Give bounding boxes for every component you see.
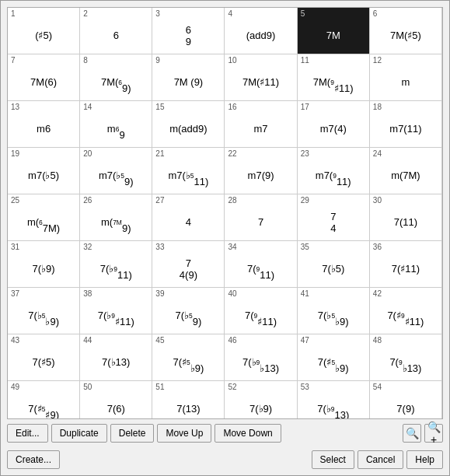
grid-cell-29[interactable]: 2974 [298, 194, 370, 241]
grid-cell-45[interactable]: 457(♯5♭9) [152, 334, 225, 381]
move-up-button[interactable]: Move Up [157, 424, 211, 443]
grid-cell-25[interactable]: 25m(67M) [8, 194, 80, 241]
grid-cell-24[interactable]: 24m(7M) [370, 148, 442, 194]
grid-cell-8[interactable]: 87M(69) [80, 54, 152, 101]
grid-cell-28[interactable]: 287 [225, 194, 297, 241]
zoom-in-button[interactable]: 🔍+ [424, 424, 443, 443]
grid-cell-38[interactable]: 387(♭9♯11) [80, 288, 152, 334]
grid-cell-21[interactable]: 21m7(♭511) [152, 148, 225, 194]
duplicate-button[interactable]: Duplicate [51, 424, 107, 443]
grid-cell-14[interactable]: 14m69 [80, 101, 152, 148]
grid-cell-36[interactable]: 367(♯11) [370, 241, 442, 288]
grid-cell-35[interactable]: 357(♭5) [298, 241, 370, 288]
grid-cell-11[interactable]: 117M(9♯11) [298, 54, 370, 101]
help-button[interactable]: Help [406, 450, 443, 469]
grid-cell-3[interactable]: 369 [152, 8, 225, 54]
chord-type-dialog: 1(♯5)263694(add9)57M67M(♯5)77M(6)87M(69)… [0, 0, 450, 476]
edit-button[interactable]: Edit... [7, 424, 48, 443]
grid-cell-16[interactable]: 16m7 [225, 101, 297, 148]
grid-cell-54[interactable]: 547(9) [370, 381, 442, 419]
grid-cell-46[interactable]: 467(♭9♭13) [225, 334, 297, 381]
grid-cell-47[interactable]: 477(♯5♭9) [298, 334, 370, 381]
grid-cell-26[interactable]: 26m(7M9) [80, 194, 152, 241]
grid-cell-31[interactable]: 317(♭9) [8, 241, 80, 288]
grid-cell-39[interactable]: 397(♭59) [152, 288, 225, 334]
grid-cell-23[interactable]: 23m7(911) [298, 148, 370, 194]
grid-cell-7[interactable]: 77M(6) [8, 54, 80, 101]
grid-cell-10[interactable]: 107M(♯11) [225, 54, 297, 101]
toolbar-row: Edit... Duplicate Delete Move Up Move Do… [1, 419, 449, 447]
grid-cell-41[interactable]: 417(♭5♭9) [298, 288, 370, 334]
chord-grid: 1(♯5)263694(add9)57M67M(♯5)77M(6)87M(69)… [8, 8, 442, 419]
cancel-button[interactable]: Cancel [358, 450, 403, 469]
grid-cell-51[interactable]: 517(13) [152, 381, 225, 419]
grid-cell-1[interactable]: 1(♯5) [8, 8, 80, 54]
grid-cell-9[interactable]: 97M (9) [152, 54, 225, 101]
select-button[interactable]: Select [312, 450, 354, 469]
grid-cell-6[interactable]: 67M(♯5) [370, 8, 442, 54]
grid-cell-44[interactable]: 447(♭13) [80, 334, 152, 381]
create-button[interactable]: Create... [7, 450, 60, 469]
grid-cell-40[interactable]: 407(9♯11) [225, 288, 297, 334]
move-down-button[interactable]: Move Down [215, 424, 281, 443]
grid-cell-17[interactable]: 17m7(4) [298, 101, 370, 148]
grid-cell-18[interactable]: 18m7(11) [370, 101, 442, 148]
grid-cell-2[interactable]: 26 [80, 8, 152, 54]
grid-cell-42[interactable]: 427(♯9♯11) [370, 288, 442, 334]
grid-cell-12[interactable]: 12m [370, 54, 442, 101]
grid-cell-27[interactable]: 274 [152, 194, 225, 241]
delete-button[interactable]: Delete [110, 424, 155, 443]
grid-cell-13[interactable]: 13m6 [8, 101, 80, 148]
grid-cell-34[interactable]: 347(911) [225, 241, 297, 288]
grid-cell-5[interactable]: 57M [298, 8, 370, 54]
grid-cell-50[interactable]: 507(6) [80, 381, 152, 419]
grid-cell-15[interactable]: 15m(add9) [152, 101, 225, 148]
grid-cell-22[interactable]: 22m7(9) [225, 148, 297, 194]
grid-cell-43[interactable]: 437(♯5) [8, 334, 80, 381]
zoom-out-button[interactable]: 🔍 [403, 424, 421, 443]
grid-cell-52[interactable]: 527(♭9) [225, 381, 297, 419]
footer-row: Create... Select Cancel Help [1, 447, 449, 475]
grid-cell-4[interactable]: 4(add9) [225, 8, 297, 54]
grid-cell-49[interactable]: 497(♯5♯9) [8, 381, 80, 419]
grid-cell-48[interactable]: 487(9♭13) [370, 334, 442, 381]
grid-cell-20[interactable]: 20m7(♭59) [80, 148, 152, 194]
grid-cell-37[interactable]: 377(♭5♭9) [8, 288, 80, 334]
grid-cell-30[interactable]: 307(11) [370, 194, 442, 241]
chord-grid-container[interactable]: 1(♯5)263694(add9)57M67M(♯5)77M(6)87M(69)… [7, 7, 443, 419]
grid-cell-32[interactable]: 327(♭911) [80, 241, 152, 288]
grid-cell-19[interactable]: 19m7(♭5) [8, 148, 80, 194]
grid-cell-33[interactable]: 3374(9) [152, 241, 225, 288]
grid-cell-53[interactable]: 537(♭913) [298, 381, 370, 419]
